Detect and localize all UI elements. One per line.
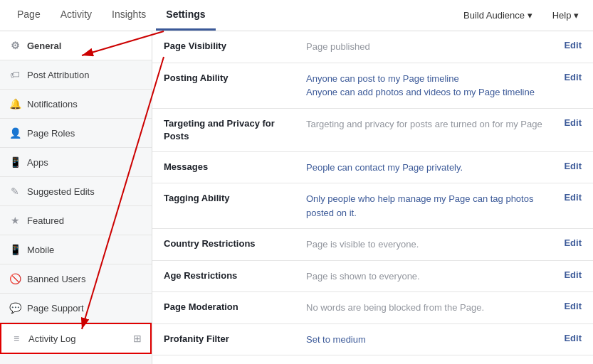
settings-value-text: Page is visible to everyone. [306, 239, 419, 250]
settings-row: Country RestrictionsPage is visible to e… [152, 229, 593, 261]
nav-btn-build-audience--[interactable]: Build Audience ▾ [456, 6, 540, 25]
sidebar-label: Activity Log [28, 333, 127, 344]
settings-value: Page published [306, 40, 546, 54]
settings-key: Country Restrictions [164, 237, 306, 250]
settings-row: Profanity FilterSet to mediumEdit [152, 324, 593, 356]
settings-key: Page Visibility [164, 40, 306, 53]
nav-tab-page[interactable]: Page [7, 0, 51, 31]
sidebar-item-apps[interactable]: 📱Apps [0, 148, 152, 177]
top-nav: PageActivityInsightsSettings Build Audie… [0, 0, 593, 31]
sidebar-item-notifications[interactable]: 🔔Notifications [0, 90, 152, 119]
sidebar-item-page-roles[interactable]: 👤Page Roles [0, 119, 152, 148]
sidebar-icon: 🚫 [9, 272, 21, 285]
sidebar-label: Notifications [27, 99, 143, 109]
settings-edit-button[interactable]: Edit [546, 333, 582, 343]
sidebar-item-suggested-edits[interactable]: ✎Suggested Edits [0, 177, 152, 206]
settings-value: No words are being blocked from the Page… [306, 301, 546, 315]
edit-link[interactable]: Edit [564, 161, 582, 171]
sidebar-icon: ★ [9, 214, 21, 227]
settings-edit-button[interactable]: Edit [546, 192, 582, 203]
edit-link[interactable]: Edit [564, 117, 582, 128]
nav-tab-insights[interactable]: Insights [102, 0, 156, 31]
sidebar-icon: 📱 [9, 243, 21, 256]
settings-edit-button[interactable]: Edit [546, 161, 582, 171]
settings-edit-button[interactable]: Edit [546, 117, 582, 128]
settings-row: Similar Page SuggestionsChoose whether y… [152, 355, 593, 364]
sidebar-label: Banned Users [27, 274, 143, 284]
settings-value: Only people who help manage my Page can … [306, 192, 546, 220]
nav-tabs: PageActivityInsightsSettings [7, 0, 216, 31]
sidebar-label: Apps [27, 157, 143, 168]
sidebar-label: Page Support [27, 303, 143, 314]
edit-link[interactable]: Edit [564, 40, 582, 50]
settings-value: Page is shown to everyone. [306, 269, 546, 284]
edit-link[interactable]: Edit [564, 333, 582, 343]
nav-right-buttons: Build Audience ▾Help ▾ [456, 6, 586, 25]
settings-row: Age RestrictionsPage is shown to everyon… [152, 261, 593, 293]
sidebar-icon: 💬 [9, 301, 21, 314]
edit-link[interactable]: Edit [564, 269, 582, 280]
sidebar-item-activity-log[interactable]: ≡Activity Log⊞ [0, 323, 152, 354]
settings-value-text: No words are being blocked from the Page… [306, 302, 484, 313]
sidebar-label: Suggested Edits [27, 186, 143, 197]
settings-value-text: Anyone can add photos and videos to my P… [306, 87, 535, 97]
settings-value: Set to medium [306, 333, 546, 347]
sidebar-item-mobile[interactable]: 📱Mobile [0, 235, 152, 264]
settings-value-text: Targeting and privacy for posts are turn… [306, 119, 542, 129]
settings-edit-button[interactable]: Edit [546, 237, 582, 248]
sidebar-icon: 👤 [9, 127, 21, 139]
settings-key: Age Restrictions [164, 269, 306, 282]
sidebar-icon: 🔔 [9, 97, 21, 110]
settings-value-text: People can contact my Page privately. [306, 162, 463, 173]
settings-edit-button[interactable]: Edit [546, 72, 582, 82]
settings-row: Page ModerationNo words are being blocke… [152, 292, 593, 324]
settings-key: Tagging Ability [164, 192, 306, 205]
nav-tab-activity[interactable]: Activity [51, 0, 102, 31]
sidebar-label: General [27, 41, 143, 51]
settings-key: Targeting and Privacy for Posts [164, 117, 306, 143]
settings-key: Posting Ability [164, 72, 306, 85]
settings-value-text: Only people who help manage my Page can … [306, 193, 533, 218]
edit-link[interactable]: Edit [564, 192, 582, 203]
nav-tab-settings[interactable]: Settings [156, 0, 215, 31]
settings-row: Page VisibilityPage publishedEdit [152, 31, 593, 63]
settings-key: Page Moderation [164, 301, 306, 314]
settings-value-text: Page is shown to everyone. [306, 271, 420, 282]
sidebar-icon: 🏷 [9, 68, 21, 81]
settings-row: Posting AbilityAnyone can post to my Pag… [152, 63, 593, 109]
edit-link[interactable]: Edit [564, 72, 582, 82]
settings-value-text: Set to medium [306, 334, 366, 345]
settings-value: Anyone can post to my Page timelineAnyon… [306, 72, 546, 100]
sidebar-item-page-support[interactable]: 💬Page Support [0, 294, 152, 323]
edit-link[interactable]: Edit [564, 237, 582, 248]
settings-value: Targeting and privacy for posts are turn… [306, 117, 546, 132]
settings-row: Tagging AbilityOnly people who help mana… [152, 183, 593, 229]
sidebar-item-post-attribution[interactable]: 🏷Post Attribution [0, 60, 152, 90]
settings-content: Page VisibilityPage publishedEditPosting… [152, 31, 593, 364]
settings-rows: Page VisibilityPage publishedEditPosting… [152, 31, 593, 364]
sidebar-label: Mobile [27, 245, 143, 255]
settings-key: Messages [164, 161, 306, 173]
export-icon[interactable]: ⊞ [133, 333, 142, 344]
sidebar: ⚙General🏷Post Attribution🔔Notifications👤… [0, 31, 152, 364]
sidebar-item-banned-users[interactable]: 🚫Banned Users [0, 264, 152, 294]
sidebar-item-featured[interactable]: ★Featured [0, 206, 152, 235]
settings-row: Targeting and Privacy for PostsTargeting… [152, 109, 593, 152]
settings-edit-button[interactable]: Edit [546, 301, 582, 311]
sidebar-label: Post Attribution [27, 70, 143, 80]
settings-value-text: Anyone can post to my Page timeline [306, 73, 459, 84]
sidebar-icon: ≡ [10, 332, 23, 345]
sidebar-label: Featured [27, 215, 143, 226]
main-layout: ⚙General🏷Post Attribution🔔Notifications👤… [0, 31, 593, 364]
settings-value-text: Page published [306, 41, 370, 52]
sidebar-icon: 📱 [9, 156, 21, 168]
sidebar-icon: ⚙ [9, 39, 21, 52]
nav-btn-help--[interactable]: Help ▾ [545, 6, 586, 25]
settings-key: Profanity Filter [164, 333, 306, 346]
settings-edit-button[interactable]: Edit [546, 269, 582, 280]
edit-link[interactable]: Edit [564, 301, 582, 311]
settings-edit-button[interactable]: Edit [546, 40, 582, 50]
sidebar-icon: ✎ [9, 185, 21, 198]
settings-value: People can contact my Page privately. [306, 161, 546, 175]
sidebar-item-general[interactable]: ⚙General [0, 31, 152, 60]
